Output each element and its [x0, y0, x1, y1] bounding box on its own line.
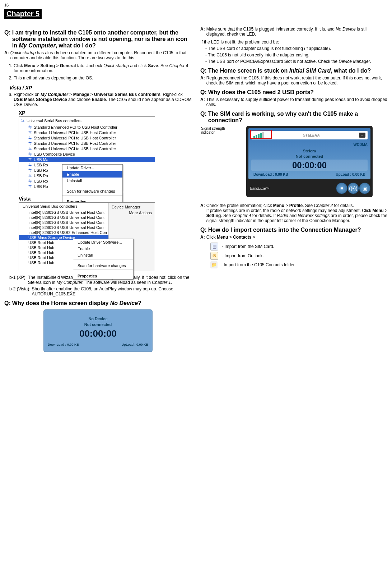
a-label: A: [200, 235, 205, 240]
import-sim: ▤ - Import from the SIM Card. [210, 243, 388, 250]
chapter-title: Chapter 5 [4, 9, 42, 19]
q-label: Q: [4, 300, 11, 307]
sa-mc: My Computer [41, 92, 68, 97]
s1-general: General [60, 63, 76, 68]
menu-enable[interactable]: Enable [73, 245, 133, 252]
usb-icon: ⇆ [28, 157, 32, 162]
menu-scan[interactable]: Scan for hardware changes [62, 188, 122, 194]
a-label: A: [4, 50, 9, 60]
a6: A: Click Menu > Contacts > [200, 235, 388, 240]
vista-more-actions[interactable]: More Actions [110, 210, 153, 216]
xp-item: ⇆Standard Universal PCI to USB Host Cont… [19, 130, 155, 135]
xp-selected[interactable]: ⇆USB Ma [19, 157, 155, 162]
callout-line [245, 133, 249, 133]
v-r3: USB Root Hub [28, 256, 54, 260]
menu-uninstall[interactable]: Uninstall [73, 252, 133, 258]
q6-text: How do I import contacts into the Connec… [208, 227, 388, 233]
q4: Q: Why does the C105 need 2 USB ports? [200, 89, 388, 96]
sa-2: . Right-click [160, 92, 183, 97]
s1-gt1: > [36, 63, 41, 68]
v-r0: USB Root Hub [28, 240, 54, 245]
menu-properties[interactable]: Properties [73, 273, 133, 279]
sa-gt2: > [89, 92, 94, 97]
usb-icon: ⇆ [28, 173, 32, 178]
menu-enable[interactable]: Enable [62, 171, 122, 178]
connection-manager: STELERA − WCDMA Stelera Not connected 00… [246, 126, 373, 197]
s1-save: Save [148, 63, 158, 68]
s1-a: Click [14, 63, 24, 68]
xp-item: ⇆Standard Universal PCI to USB Host Cont… [19, 146, 155, 151]
usb-icon: ⇆ [28, 135, 32, 140]
xp-r1: USB Ro [34, 168, 48, 172]
q2-t2: ? [138, 300, 141, 306]
xp-i5: USB Composite Device [34, 152, 75, 156]
menu-scan[interactable]: Scan for hardware changes [73, 262, 133, 269]
sa-manage: Manage [73, 92, 89, 97]
b1-label: b-1 (XP): [9, 275, 27, 285]
a5-menu: Menu [273, 203, 284, 208]
a5-ch4: Chapter 4 [232, 213, 251, 218]
usb-icon: ⇆ [28, 162, 32, 167]
a5-p2c: for details. If [251, 213, 277, 218]
cm-status: Not connected [251, 154, 368, 158]
home-timer: 00:00:00 [48, 328, 148, 339]
menu-separator [62, 195, 122, 198]
cm-menu-button[interactable]: ≡ [336, 183, 347, 194]
home-upload: UpLoad : 0.00 KB [121, 343, 148, 346]
s1-b: tab. Uncheck [76, 63, 103, 68]
vista-context-menu[interactable]: Update Driver Software... Enable Uninsta… [73, 239, 134, 280]
a6-gt: > [228, 235, 233, 240]
a5-gt2: > [384, 208, 387, 213]
v-i0: Intel(R) 82801GB USB Universal Host Cont… [28, 210, 106, 215]
xp-context-menu[interactable]: Update Driver... Enable Uninstall Scan f… [62, 164, 123, 205]
step-2: This method varies depending on the OS. [14, 75, 192, 80]
xp-r4: USB Ro [34, 184, 48, 189]
import-folder: 📁 - Import from the C105 Contacts folder… [210, 261, 388, 268]
q5-text: The SIM card is working, so why can't th… [208, 111, 388, 124]
usb-icon: ⇆ [28, 130, 32, 135]
q3-t2: , what do I do? [331, 68, 371, 74]
led-causes: The USB cord or adapter casing is not fu… [205, 46, 388, 64]
xp-i0: Standard Enhanced PCI to USB Host Contro… [34, 125, 117, 129]
b2-vista: b-2 (Vista): Shortly after enabling the … [9, 286, 192, 296]
xp-screenshot: ⇆Universal Serial Bus controllers ⇆Stand… [19, 116, 155, 192]
right-column: A: Make sure that the C105 is plugged in… [200, 26, 388, 352]
cm-download: DownLoad : 0.00 KB [253, 172, 288, 176]
cm-connect-button[interactable]: ((•)) [347, 183, 359, 194]
signal-bars-icon [253, 132, 264, 138]
xp-i1: Standard Universal PCI to USB Host Contr… [34, 130, 116, 135]
menu-update-driver[interactable]: Update Driver... [62, 165, 122, 171]
menu-update-driver-sw[interactable]: Update Driver Software... [73, 239, 133, 245]
a4: A: This is necessary to supply sufficien… [200, 97, 388, 107]
q-label: Q: [4, 29, 11, 49]
v-i3: Intel(R) 82801GB USB Universal Host Cont… [28, 225, 106, 230]
xp-r0: USB Ro [34, 163, 48, 167]
b1-ch1: Chapter 1 [152, 280, 171, 285]
a3: A: Replug/reconnect the C105. If this do… [200, 75, 388, 86]
s1-ch4: Chapter 4 [169, 63, 188, 68]
menu-separator [73, 270, 133, 272]
b1-t2: . The software will reload as seen in [82, 280, 152, 285]
d3a: The USB port or PCMCIA/ExpressCard Slot … [208, 59, 339, 64]
usb-icon: ⇆ [28, 146, 32, 151]
connection-manager-wrap: Signal strength indicator STELERA − WCDM… [231, 126, 388, 197]
s1-setting: Setting [40, 63, 55, 68]
q3: Q: The Home screen is stuck on Initial S… [200, 68, 388, 74]
cm-operator: Stelera [251, 149, 368, 153]
cm-settings-button[interactable]: ▣ [359, 183, 370, 194]
menu-uninstall[interactable]: Uninstall [62, 178, 122, 184]
q-label: Q: [200, 111, 207, 124]
home-no-device: No Device [48, 317, 148, 321]
cm-topbar: STELERA − [251, 131, 368, 139]
q1-my-computer: My Computer [19, 42, 55, 49]
cause-2: The C105 is not slid correctly into the … [205, 52, 388, 57]
minimize-icon[interactable]: − [359, 133, 365, 138]
a3-text: Replug/reconnect the C105. If this does … [206, 75, 388, 86]
a5-p2a: If profile settings are in order, the ra… [206, 208, 373, 213]
q-label: Q: [200, 89, 207, 96]
a5-p1c: for details. [333, 203, 354, 208]
v-i1: Intel(R) 82801GB USB Universal Host Cont… [28, 215, 106, 220]
cm-bottombar: BandLuxe™ ≡ ((•)) ▣ [248, 181, 370, 195]
b1-mc: My Computer [56, 280, 82, 285]
cm-brand: BandLuxe™ [248, 187, 270, 190]
